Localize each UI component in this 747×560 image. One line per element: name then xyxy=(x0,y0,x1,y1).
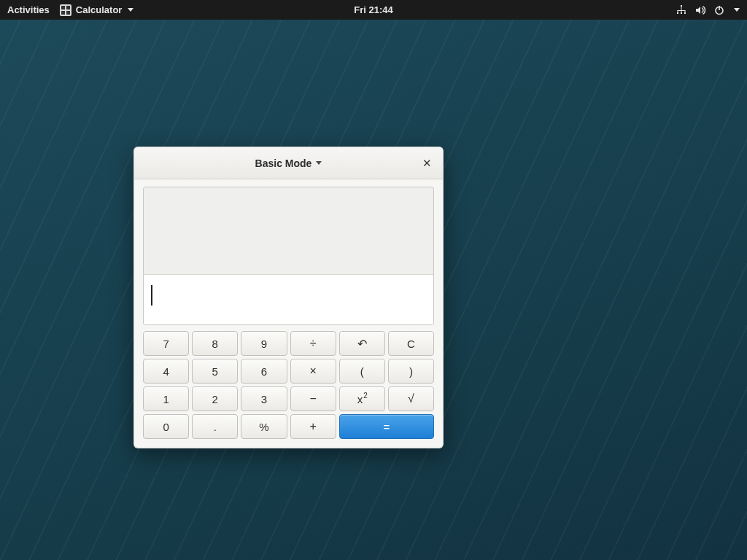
key-plus[interactable]: + xyxy=(290,414,336,439)
key-1[interactable]: 1 xyxy=(143,386,189,411)
app-menu[interactable]: Calculator xyxy=(60,4,134,16)
calculator-titlebar[interactable]: Basic Mode ✕ xyxy=(134,147,443,179)
key-undo[interactable]: ↶ xyxy=(339,331,385,356)
chevron-down-icon xyxy=(128,8,133,12)
svg-rect-4 xyxy=(681,7,682,10)
chevron-down-icon xyxy=(316,161,322,165)
clock[interactable]: Fri 21:44 xyxy=(354,4,392,15)
volume-icon[interactable] xyxy=(694,4,706,16)
key-dot[interactable]: . xyxy=(192,414,238,439)
key-9[interactable]: 9 xyxy=(241,331,287,356)
power-icon[interactable] xyxy=(713,4,725,16)
network-icon[interactable] xyxy=(676,4,687,16)
display xyxy=(143,187,434,325)
display-history xyxy=(144,187,433,275)
top-bar: Activities Calculator Fri 21:44 xyxy=(0,0,747,20)
svg-rect-0 xyxy=(681,5,682,7)
key-minus[interactable]: − xyxy=(290,386,336,411)
svg-rect-8 xyxy=(685,10,686,12)
svg-rect-3 xyxy=(684,12,686,14)
key-5[interactable]: 5 xyxy=(192,359,238,384)
svg-rect-6 xyxy=(678,10,678,12)
display-entry[interactable] xyxy=(144,275,433,324)
app-menu-label: Calculator xyxy=(76,4,123,15)
calculator-app-icon xyxy=(60,4,71,16)
mode-selector[interactable]: Basic Mode xyxy=(249,155,328,172)
key-right-paren[interactable]: ) xyxy=(388,359,434,384)
calculator-window: Basic Mode ✕ 7 8 9 ÷ ↶ C 4 5 6 × ( ) 1 xyxy=(133,147,444,448)
text-cursor xyxy=(151,285,152,306)
key-multiply[interactable]: × xyxy=(290,359,336,384)
mode-label: Basic Mode xyxy=(255,158,312,169)
key-square[interactable]: x2 xyxy=(339,386,385,411)
calculator-body: 7 8 9 ÷ ↶ C 4 5 6 × ( ) 1 2 3 − x2 √ 0 .… xyxy=(134,179,443,448)
key-3[interactable]: 3 xyxy=(241,386,287,411)
key-0[interactable]: 0 xyxy=(143,414,189,439)
svg-rect-2 xyxy=(681,12,682,14)
key-sqrt[interactable]: √ xyxy=(388,386,434,411)
key-6[interactable]: 6 xyxy=(241,359,287,384)
key-divide[interactable]: ÷ xyxy=(290,331,336,356)
svg-rect-7 xyxy=(681,10,682,12)
svg-rect-1 xyxy=(677,12,678,14)
key-2[interactable]: 2 xyxy=(192,386,238,411)
activities-button[interactable]: Activities xyxy=(7,4,50,15)
key-7[interactable]: 7 xyxy=(143,331,189,356)
key-percent[interactable]: % xyxy=(241,414,287,439)
close-icon: ✕ xyxy=(422,157,432,170)
key-4[interactable]: 4 xyxy=(143,359,189,384)
key-left-paren[interactable]: ( xyxy=(339,359,385,384)
system-menu-chevron-icon[interactable] xyxy=(734,8,740,12)
key-8[interactable]: 8 xyxy=(192,331,238,356)
key-clear[interactable]: C xyxy=(388,331,434,356)
close-button[interactable]: ✕ xyxy=(418,155,436,172)
key-equals[interactable]: = xyxy=(339,414,434,439)
keypad: 7 8 9 ÷ ↶ C 4 5 6 × ( ) 1 2 3 − x2 √ 0 .… xyxy=(143,331,434,439)
